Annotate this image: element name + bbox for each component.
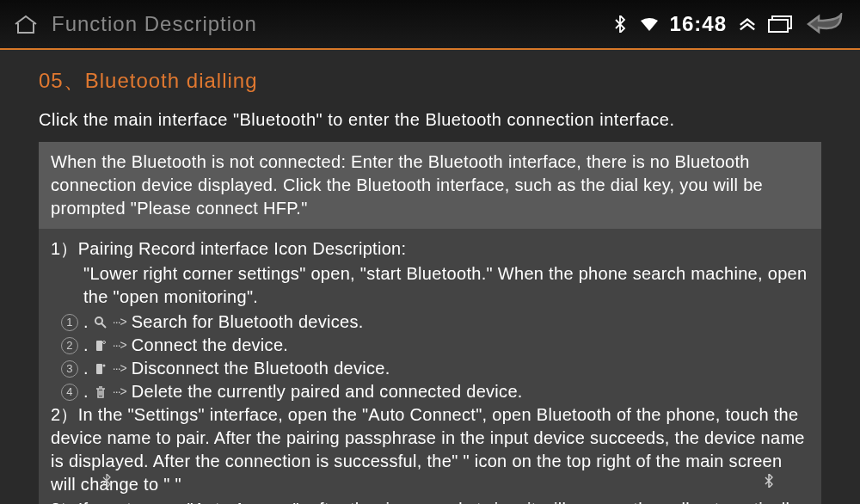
icon-desc-4: Delete the currently paired and connecte… [132,380,523,403]
arrow-icon: ···> [113,314,126,330]
icon-row-2: 2. ···> Connect the device. [51,334,809,357]
connect-icon [94,339,108,353]
svg-point-3 [102,341,105,343]
status-bar: 16:48 [611,9,847,39]
search-icon [94,316,108,329]
circle-num-4: 4 [61,384,78,401]
svg-rect-0 [769,20,788,32]
list-item-3: 3）If you turn on "Auto Answer", after th… [51,498,809,504]
header-bar: Function Description 16:48 [0,0,860,50]
chevron-up-icon[interactable] [739,15,756,33]
icon-desc-2: Connect the device. [132,334,288,357]
page-title: Function Description [52,12,257,36]
bluetooth-icon-outline [102,470,111,494]
trash-icon [94,385,108,399]
list-item-2: 2）In the "Settings" interface, open the … [51,403,809,496]
list-item-1-head: 1）Pairing Record interface Icon Descript… [51,237,809,261]
windows-icon[interactable] [768,15,792,33]
list-box: 1）Pairing Record interface Icon Descript… [39,229,821,504]
icon-row-4: 4. ···> Delete the currently paired and … [51,380,809,403]
disconnect-icon [94,362,108,376]
icon-row-3: 3. ···> Disconnect the Bluetooth device. [51,357,809,380]
intro-text: Click the main interface "Bluetooth" to … [39,110,821,130]
arrow-icon: ···> [113,337,126,353]
circle-num-1: 1 [61,314,78,331]
info-box: When the Bluetooth is not connected: Ent… [39,142,821,229]
section-title: 05、Bluetooth dialling [39,67,821,95]
arrow-icon: ···> [113,384,126,400]
bluetooth-icon [611,15,629,33]
arrow-icon: ···> [113,360,126,377]
svg-point-1 [95,317,102,324]
time-display: 16:48 [670,12,727,36]
list-item-1-body: "Lower right corner settings" open, "sta… [51,262,809,309]
circle-num-3: 3 [61,360,78,378]
svg-point-5 [102,364,105,366]
home-icon[interactable] [13,14,39,35]
icon-desc-3: Disconnect the Bluetooth device. [132,357,390,380]
icon-row-1: 1. ···> Search for Bluetooth devices. [51,310,809,334]
back-button[interactable] [804,9,847,39]
icon-desc-1: Search for Bluetooth devices. [132,310,364,334]
svg-rect-4 [96,364,102,374]
svg-rect-2 [96,341,102,351]
bluetooth-icon-filled [765,470,773,494]
circle-num-2: 2 [61,337,78,354]
wifi-icon [641,15,658,33]
content-area: 05、Bluetooth dialling Click the main int… [0,50,860,504]
